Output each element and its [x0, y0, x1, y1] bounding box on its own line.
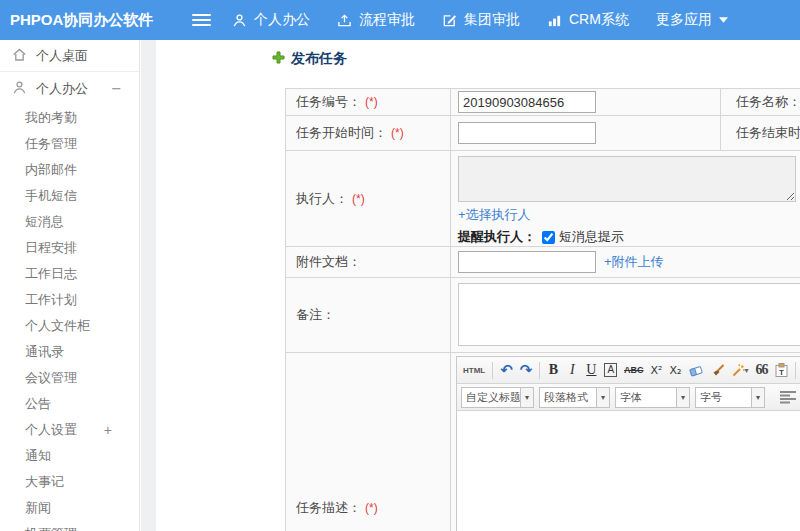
page-title: 发布任务	[272, 50, 347, 68]
nav-label: 个人办公	[254, 11, 310, 29]
remark-textarea[interactable]	[458, 283, 800, 346]
nav-process-approval[interactable]: 流程审批	[337, 11, 415, 29]
sidebar-item[interactable]: 公告	[0, 391, 139, 417]
source-code-button[interactable]: HTML	[461, 360, 487, 380]
expand-icon[interactable]: +	[104, 422, 112, 438]
italic-button[interactable]: I	[564, 360, 580, 380]
remind-executor-label: 提醒执行人：	[458, 228, 536, 246]
sidebar-item-label: 个人设置	[25, 421, 77, 439]
sidebar-item[interactable]: 日程安排	[0, 235, 139, 261]
sidebar-item-label: 个人文件柜	[25, 317, 90, 335]
start-time-cell	[451, 116, 721, 150]
collapse-icon[interactable]: −	[111, 81, 122, 96]
eraser-icon[interactable]	[687, 360, 706, 380]
nav-personal-office[interactable]: 个人办公	[232, 11, 310, 29]
remark-label: 备注：	[286, 278, 451, 352]
executor-textarea[interactable]	[458, 156, 796, 202]
sidebar-item[interactable]: 新闻	[0, 495, 139, 521]
task-name-label: 任务名称：(*)	[721, 89, 800, 115]
sidebar-item[interactable]: 大事记	[0, 469, 139, 495]
align-left-icon[interactable]	[780, 390, 796, 404]
superscript-button[interactable]: X²	[649, 360, 665, 380]
form-row-attachment: 附件文档： +附件上传	[286, 247, 800, 278]
executor-label: 执行人：(*)	[286, 151, 451, 246]
start-time-input[interactable]	[458, 122, 596, 144]
remind-executor-row: 提醒执行人： 短消息提示	[458, 228, 624, 246]
app-logo: PHPOA协同办公软件	[10, 0, 153, 40]
task-no-label: 任务编号：(*)	[286, 89, 451, 115]
user-icon	[232, 13, 247, 28]
font-family-select[interactable]: 字体▾	[615, 387, 690, 408]
sidebar-item[interactable]: 个人文件柜	[0, 313, 139, 339]
underline-button[interactable]: U	[583, 360, 599, 380]
strikethrough-button[interactable]: ABC	[622, 360, 646, 380]
bold-button[interactable]: B	[545, 360, 561, 380]
toolbar-separator	[795, 362, 796, 379]
sidebar-item[interactable]: 内部邮件	[0, 157, 139, 183]
font-size-select[interactable]: 字号▾	[695, 387, 765, 408]
splitter-bar[interactable]	[141, 40, 156, 531]
sidebar-item[interactable]: 通知	[0, 443, 139, 469]
paragraph-format-select[interactable]: 段落格式▾	[539, 387, 610, 408]
form-row-executor: 执行人：(*) +选择执行人 提醒执行人： 短消息提示	[286, 151, 800, 247]
sidebar-item[interactable]: 手机短信	[0, 183, 139, 209]
redo-button[interactable]: ↷	[518, 360, 535, 380]
sidebar-item[interactable]: 工作日志	[0, 261, 139, 287]
form-row-time: 任务开始时间：(*) 任务结束时间：(*)	[286, 116, 800, 151]
sidebar-item-label: 短消息	[25, 213, 64, 231]
dropdown-arrow-icon[interactable]: ▾	[520, 388, 533, 407]
auto-format-wand-icon[interactable]: ▾	[730, 360, 751, 380]
sidebar-item[interactable]: 会议管理	[0, 365, 139, 391]
attachment-cell: +附件上传	[451, 247, 800, 277]
description-label: 任务描述：(*)	[286, 353, 451, 531]
sidebar-item-label: 内部邮件	[25, 161, 77, 179]
compose-icon	[442, 13, 457, 28]
undo-button[interactable]: ↶	[498, 360, 515, 380]
subscript-button[interactable]: X₂	[668, 360, 684, 380]
sidebar-item-desktop[interactable]: 个人桌面	[0, 40, 139, 72]
sidebar-item-label: 手机短信	[25, 187, 77, 205]
nav-label: 更多应用	[656, 11, 712, 29]
sidebar-item[interactable]: 工作计划	[0, 287, 139, 313]
dropdown-arrow-icon[interactable]: ▾	[751, 388, 764, 407]
task-no-input[interactable]	[458, 91, 596, 113]
nav-more-apps[interactable]: 更多应用	[656, 11, 728, 29]
menu-toggle-icon[interactable]	[192, 14, 211, 27]
sms-remind-checkbox[interactable]	[542, 231, 555, 244]
heading-select[interactable]: 自定义标题▾	[461, 387, 534, 408]
publish-task-form: 任务编号：(*) 任务名称：(*) 任务开始时间：(*) 任务结束时间：(*)	[285, 88, 800, 531]
home-icon	[12, 47, 27, 65]
sidebar-item[interactable]: 投票管理	[0, 521, 139, 531]
nav-crm[interactable]: CRM系统	[547, 11, 629, 29]
choose-executor-link[interactable]: +选择执行人	[458, 206, 531, 224]
format-brush-icon[interactable]	[709, 360, 727, 380]
caret-down-icon	[719, 17, 728, 23]
nav-group-approval[interactable]: 集团审批	[442, 11, 520, 29]
sidebar-item[interactable]: 个人设置 +	[0, 417, 139, 443]
sidebar-item-label: 我的考勤	[25, 109, 77, 127]
form-row-task-no: 任务编号：(*) 任务名称：(*)	[286, 89, 800, 116]
sidebar-item-label: 日程安排	[25, 239, 77, 257]
sidebar-item[interactable]: 短消息	[0, 209, 139, 235]
page-title-text: 发布任务	[291, 50, 347, 68]
sidebar-item[interactable]: 我的考勤	[0, 105, 139, 131]
required-mark: (*)	[365, 95, 378, 109]
sidebar-item[interactable]: 任务管理	[0, 131, 139, 157]
dropdown-arrow-icon[interactable]: ▾	[676, 388, 689, 407]
sidebar-item-label: 投票管理	[25, 525, 77, 531]
attachment-input[interactable]	[458, 251, 596, 273]
paste-text-icon[interactable]: T	[773, 360, 790, 380]
task-no-cell	[451, 89, 721, 115]
editor-content-area[interactable]	[457, 411, 800, 531]
nav-label: CRM系统	[569, 11, 629, 29]
sidebar-item-label: 任务管理	[25, 135, 77, 153]
attachment-upload-link[interactable]: +附件上传	[604, 253, 664, 271]
blockquote-button[interactable]: 66	[754, 360, 770, 380]
form-row-description: 任务描述：(*) HTML ↶ ↷ B I U A ABC X	[286, 353, 800, 531]
sidebar-item-label: 大事记	[25, 473, 64, 491]
sidebar-item-label: 个人办公	[36, 80, 88, 98]
autotypeset-button[interactable]: A	[602, 360, 619, 380]
dropdown-arrow-icon[interactable]: ▾	[596, 388, 609, 407]
sidebar-item-personal-office[interactable]: 个人办公 −	[0, 72, 139, 105]
sidebar-item[interactable]: 通讯录	[0, 339, 139, 365]
